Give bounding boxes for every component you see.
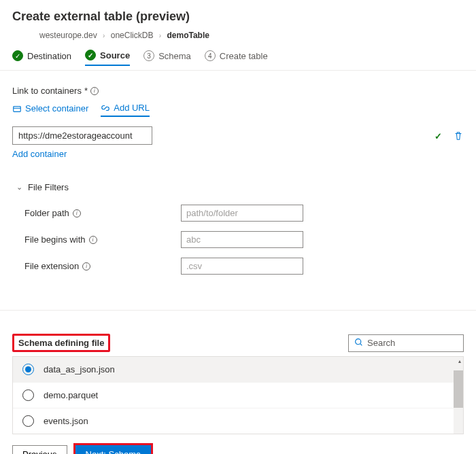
tab-select-container[interactable]: Select container bbox=[12, 103, 88, 117]
divider bbox=[0, 310, 476, 311]
check-icon: ✓ bbox=[435, 130, 442, 141]
step-number-icon: 3 bbox=[143, 50, 154, 61]
delete-icon[interactable] bbox=[453, 131, 464, 141]
step-number-icon: 4 bbox=[205, 50, 216, 61]
file-name: events.json bbox=[44, 416, 88, 426]
search-box[interactable] bbox=[348, 334, 464, 352]
breadcrumb: westeurope.dev › oneClickDB › demoTable bbox=[12, 31, 464, 40]
breadcrumb-root[interactable]: westeurope.dev bbox=[39, 31, 97, 40]
file-begins-with-label: File begins with i bbox=[24, 234, 181, 245]
info-icon[interactable]: i bbox=[89, 236, 97, 244]
file-filters-toggle[interactable]: ⌄ File Filters bbox=[16, 182, 464, 192]
tab-add-url[interactable]: Add URL bbox=[101, 103, 150, 117]
tab-label: Select container bbox=[25, 103, 88, 114]
radio-selected-icon[interactable] bbox=[22, 364, 34, 375]
add-container-link[interactable]: Add container bbox=[12, 149, 67, 159]
search-input[interactable] bbox=[367, 338, 458, 348]
wizard-step-create-table[interactable]: 4 Create table bbox=[205, 50, 268, 66]
wizard-step-label: Create table bbox=[220, 51, 268, 61]
info-icon[interactable]: i bbox=[82, 262, 90, 270]
svg-point-1 bbox=[356, 338, 361, 344]
page-title: Create external table (preview) bbox=[12, 10, 464, 24]
chevron-right-icon: › bbox=[159, 32, 161, 39]
wizard-step-schema[interactable]: 3 Schema bbox=[143, 50, 191, 66]
schema-file-list: ▴ data_as_json.json demo.parquet events.… bbox=[12, 356, 464, 434]
breadcrumb-leaf: demoTable bbox=[167, 31, 209, 40]
file-name: demo.parquet bbox=[44, 390, 98, 400]
wizard-step-source[interactable]: ✓ Source bbox=[85, 50, 130, 66]
file-extension-label: File extension i bbox=[24, 261, 181, 271]
folder-path-input[interactable] bbox=[181, 205, 303, 222]
search-icon bbox=[354, 338, 363, 349]
file-extension-input[interactable] bbox=[181, 258, 303, 275]
info-icon[interactable]: i bbox=[90, 87, 99, 95]
folder-path-label: Folder path i bbox=[24, 208, 181, 218]
list-item[interactable]: demo.parquet bbox=[13, 383, 463, 408]
info-icon[interactable]: i bbox=[73, 209, 81, 217]
wizard-step-label: Schema bbox=[158, 51, 191, 61]
file-name: data_as_json.json bbox=[44, 364, 115, 374]
check-icon: ✓ bbox=[12, 50, 23, 61]
wizard-step-label: Source bbox=[100, 50, 130, 60]
chevron-right-icon: › bbox=[103, 32, 105, 39]
wizard-step-destination[interactable]: ✓ Destination bbox=[12, 50, 71, 66]
scroll-up-icon[interactable]: ▴ bbox=[458, 358, 461, 364]
container-icon bbox=[12, 104, 22, 114]
link-to-containers-label: Link to containers * i bbox=[12, 86, 464, 96]
scrollbar-track[interactable]: ▴ bbox=[454, 357, 463, 434]
radio-icon[interactable] bbox=[22, 389, 34, 401]
radio-icon[interactable] bbox=[22, 415, 34, 427]
check-icon: ✓ bbox=[85, 50, 96, 60]
scrollbar-thumb[interactable] bbox=[454, 370, 463, 408]
schema-defining-file-title: Schema defining file bbox=[12, 334, 110, 352]
wizard-steps: ✓ Destination ✓ Source 3 Schema 4 Create… bbox=[0, 50, 476, 71]
chevron-down-icon: ⌄ bbox=[16, 183, 22, 192]
list-item[interactable]: data_as_json.json bbox=[13, 357, 463, 383]
link-icon bbox=[101, 103, 110, 113]
tab-label: Add URL bbox=[114, 103, 150, 113]
breadcrumb-mid[interactable]: oneClickDB bbox=[111, 31, 154, 40]
previous-button[interactable]: Previous bbox=[12, 445, 67, 454]
wizard-step-label: Destination bbox=[27, 51, 71, 61]
svg-rect-0 bbox=[14, 106, 21, 111]
file-filters-label: File Filters bbox=[28, 182, 69, 192]
container-url-input[interactable] bbox=[12, 126, 152, 145]
list-item[interactable]: events.json bbox=[13, 408, 463, 434]
next-schema-button[interactable]: Next: Schema bbox=[75, 445, 152, 454]
file-begins-with-input[interactable] bbox=[181, 231, 303, 248]
